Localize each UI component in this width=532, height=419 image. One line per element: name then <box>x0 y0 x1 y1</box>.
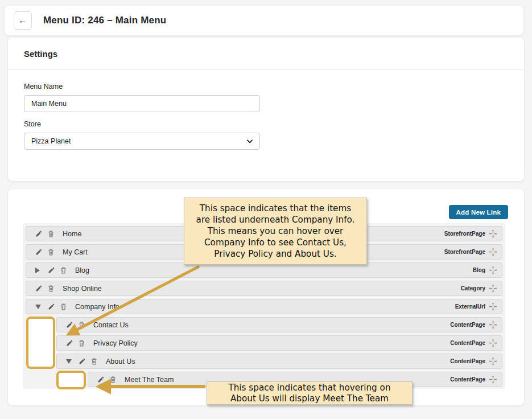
menu-name-label: Menu Name <box>24 83 524 91</box>
back-arrow-icon: ← <box>18 15 27 26</box>
page-title: Menu ID: 246 – Main Menu <box>43 15 166 26</box>
menu-item-row[interactable]: Company Info ExternalUrl <box>26 299 502 314</box>
settings-form: Menu Name Store Pizza Planet <box>8 70 524 150</box>
edit-pencil-icon[interactable] <box>35 285 43 292</box>
annotation-callout-top: This space indicates that the items are … <box>184 198 367 265</box>
menu-item-label: Company Info <box>75 303 119 311</box>
expander-icon[interactable] <box>66 359 79 364</box>
move-handle-icon[interactable] <box>489 375 497 384</box>
move-handle-icon[interactable] <box>489 339 497 347</box>
delete-trash-icon[interactable] <box>78 321 85 329</box>
settings-section-title: Settings <box>8 38 524 70</box>
page-header: ← Menu ID: 246 – Main Menu <box>5 6 523 35</box>
menu-item-label: My Cart <box>63 248 88 256</box>
store-select[interactable]: Pizza Planet <box>24 133 260 150</box>
menu-item-row[interactable]: Contact Us ContentPage <box>56 317 502 332</box>
menu-item-type: StorefrontPage <box>444 249 485 255</box>
delete-trash-icon[interactable] <box>47 285 55 293</box>
expander-icon[interactable] <box>35 268 48 273</box>
menu-name-input[interactable] <box>24 95 260 112</box>
menu-item-type: ContentPage <box>450 322 485 328</box>
menu-item-row[interactable]: Privacy Policy ContentPage <box>56 335 502 351</box>
menu-item-label: Privacy Policy <box>93 339 138 347</box>
edit-pencil-icon[interactable] <box>35 248 43 256</box>
menu-item-label: Blog <box>75 266 89 274</box>
edit-pencil-icon[interactable] <box>97 376 105 383</box>
add-new-link-button[interactable]: Add New Link <box>449 205 508 219</box>
highlight-box-company-info-children <box>26 317 55 369</box>
move-handle-icon[interactable] <box>489 248 497 256</box>
menu-item-type: ContentPage <box>450 358 485 364</box>
delete-trash-icon[interactable] <box>60 266 67 274</box>
menu-item-type: ContentPage <box>450 340 485 346</box>
move-handle-icon[interactable] <box>489 229 497 238</box>
delete-trash-icon[interactable] <box>78 339 85 347</box>
delete-trash-icon[interactable] <box>47 248 55 256</box>
menu-item-type: ContentPage <box>450 376 485 383</box>
edit-pencil-icon[interactable] <box>66 321 73 328</box>
menu-item-label: Home <box>63 230 81 238</box>
menu-item-row[interactable]: About Us ContentPage <box>56 354 502 369</box>
store-label: Store <box>24 120 524 128</box>
edit-pencil-icon[interactable] <box>79 358 86 365</box>
edit-pencil-icon[interactable] <box>48 303 55 310</box>
menu-item-type: ExternalUrl <box>455 303 485 310</box>
menu-item-row[interactable]: Shop Online Category <box>26 281 502 296</box>
store-select-value: Pizza Planet <box>31 137 71 145</box>
menu-item-type: StorefrontPage <box>444 231 485 237</box>
menu-item-label: Contact Us <box>93 321 129 329</box>
edit-pencil-icon[interactable] <box>66 339 73 347</box>
delete-trash-icon[interactable] <box>109 376 117 384</box>
move-handle-icon[interactable] <box>489 321 497 329</box>
back-button[interactable]: ← <box>14 11 32 30</box>
menu-item-row[interactable]: Blog Blog <box>26 262 502 278</box>
delete-trash-icon[interactable] <box>90 358 98 365</box>
move-handle-icon[interactable] <box>489 357 497 365</box>
move-handle-icon[interactable] <box>489 302 497 311</box>
move-handle-icon[interactable] <box>489 266 497 274</box>
menu-item-label: Shop Online <box>63 285 102 293</box>
menu-item-label: Meet The Team <box>125 376 174 384</box>
edit-pencil-icon[interactable] <box>35 230 43 237</box>
chevron-down-icon <box>246 137 254 145</box>
delete-trash-icon[interactable] <box>47 230 55 238</box>
menu-item-type: Blog <box>473 267 485 273</box>
edit-pencil-icon[interactable] <box>48 266 55 274</box>
menu-item-label: About Us <box>106 358 135 365</box>
highlight-box-about-us-child <box>56 371 86 389</box>
delete-trash-icon[interactable] <box>60 303 67 311</box>
settings-panel: Settings Menu Name Store Pizza Planet <box>8 38 524 181</box>
expander-icon[interactable] <box>35 305 48 309</box>
annotation-callout-bottom: This space indicates that hovering on Ab… <box>207 381 413 405</box>
move-handle-icon[interactable] <box>489 284 497 293</box>
menu-item-type: Category <box>461 285 485 291</box>
